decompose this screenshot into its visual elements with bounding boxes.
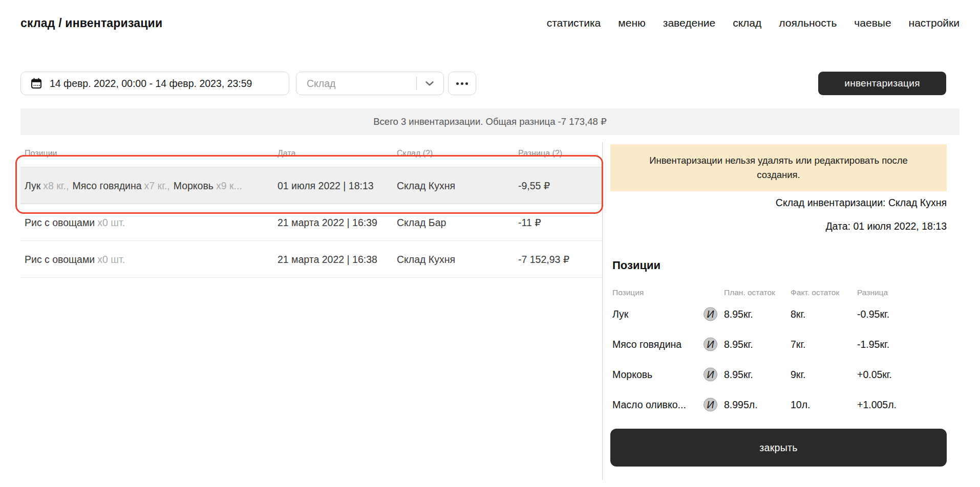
detail-date-line: Дата: 01 июля 2022, 18:13 [825,220,947,232]
position-row: Лук И 8.95кг. 8кг. -0.95кг. [610,305,947,323]
nav-warehouse[interactable]: склад [733,17,761,29]
readonly-notice: Инвентаризации нельзя удалять или редакт… [610,144,947,191]
inventory-row[interactable]: Рис с овощамиx0 шт. 21 марта 2022 | 16:3… [20,241,602,278]
summary-text: Всего 3 инвентаризации. Общая разница -7… [373,116,606,127]
col-header-difference: Разница (?) [518,149,562,158]
ingredient-badge-icon: И [704,338,717,351]
position-name: Лук [612,308,628,320]
position-difference: +1.005л. [857,399,897,411]
row-difference: -11 ₽ [518,216,541,228]
row-positions: Рис с овощамиx0 шт. [25,216,129,228]
ellipsis-icon [456,82,468,85]
row-date: 21 марта 2022 | 16:39 [278,216,377,228]
more-options-button[interactable] [448,72,476,95]
position-difference: +0.05кг. [857,369,892,381]
row-date: 21 марта 2022 | 16:38 [278,253,377,265]
nav-loyalty[interactable]: лояльность [779,17,837,29]
warehouse-select-placeholder: Склад [307,78,416,90]
position-name: Мясо говядина [612,339,681,350]
position-planned: 8.95кг. [724,339,753,350]
nav-tips[interactable]: чаевые [854,17,891,29]
positions-title: Позиции [612,259,661,272]
create-inventory-button[interactable]: инвентаризация [818,72,946,95]
date-range-picker[interactable]: 14 февр. 2022, 00:00 - 14 февр. 2023, 23… [20,72,289,95]
inventory-list: Позиции Дата Склад (?) Разница (?) Лукx8… [20,145,602,278]
row-positions: Рис с овощамиx0 шт. [25,253,129,265]
position-name: Морковь [612,369,652,381]
position-row: Масло оливко... И 8.995л. 10л. +1.005л. [610,396,947,413]
pos-col-name: Позиция [612,288,644,297]
position-actual: 10л. [791,399,811,411]
chevron-down-icon [423,77,436,90]
main-nav: статистика меню заведение склад лояльнос… [547,17,960,29]
date-range-value: 14 февр. 2022, 00:00 - 14 февр. 2023, 23… [50,78,252,90]
pos-col-difference: Разница [857,288,888,297]
inventory-list-header: Позиции Дата Склад (?) Разница (?) [20,145,602,167]
filter-row: 14 февр. 2022, 00:00 - 14 февр. 2023, 23… [0,72,980,95]
ingredient-badge-icon: И [704,307,717,321]
row-positions: Лукx8 кг.,Мясо говядинаx7 кг.,Морковьx9 … [25,180,246,191]
app-root: склад / инвентаризации статистика меню з… [0,0,980,487]
col-header-warehouse: Склад (?) [397,149,433,158]
nav-venue[interactable]: заведение [663,17,715,29]
col-header-date: Дата [278,149,295,158]
position-row: Морковь И 8.95кг. 9кг. +0.05кг. [610,366,947,383]
pos-col-actual: Факт. остаток [791,288,839,297]
detail-warehouse-line: Склад инвентаризации: Склад Кухня [776,197,947,209]
page-title: склад / инвентаризации [20,16,162,30]
nav-menu[interactable]: меню [618,17,645,29]
inventory-row[interactable]: Рис с овощамиx0 шт. 21 марта 2022 | 16:3… [20,204,602,241]
nav-settings[interactable]: настройки [909,17,960,29]
position-row: Мясо говядина И 8.95кг. 7кг. -1.95кг. [610,336,947,353]
pos-col-planned: План. остаток [724,288,775,297]
position-name: Масло оливко... [612,399,686,411]
row-difference: -7 152,93 ₽ [518,253,569,265]
position-planned: 8.95кг. [724,308,753,320]
col-header-positions: Позиции [25,149,57,158]
row-difference: -9,55 ₽ [518,180,550,191]
select-divider [416,77,417,90]
ingredient-badge-icon: И [704,368,717,382]
position-difference: -1.95кг. [857,339,889,350]
position-planned: 8.995л. [724,399,758,411]
warehouse-select[interactable]: Склад [296,72,444,95]
row-date: 01 июля 2022 | 18:13 [278,180,374,191]
calendar-icon [30,77,42,90]
position-actual: 9кг. [791,369,806,381]
position-actual: 7кг. [791,339,806,350]
row-warehouse: Склад Кухня [397,180,455,191]
ingredient-badge-icon: И [704,398,717,412]
row-warehouse: Склад Кухня [397,253,455,265]
nav-statistics[interactable]: статистика [547,17,601,29]
panel-divider [602,142,603,480]
position-actual: 8кг. [791,308,806,320]
close-button[interactable]: закрыть [610,429,947,467]
row-warehouse: Склад Бар [397,216,446,228]
position-planned: 8.95кг. [724,369,753,381]
summary-bar: Всего 3 инвентаризации. Общая разница -7… [20,108,960,135]
inventory-row-selected[interactable]: Лукx8 кг.,Мясо говядинаx7 кг.,Морковьx9 … [20,167,602,204]
position-difference: -0.95кг. [857,308,889,320]
